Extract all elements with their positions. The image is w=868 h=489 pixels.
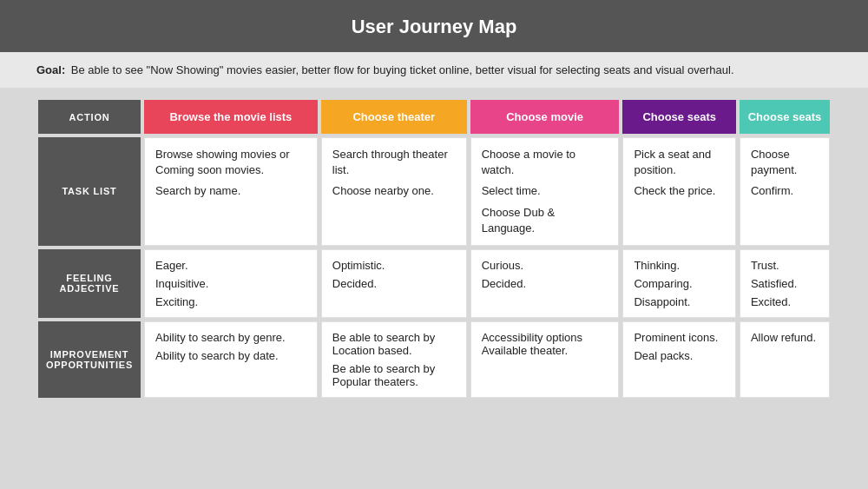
task-movie: Choose a movie to watch. Select time. Ch… [470,137,620,246]
action-header: ACTION [38,100,141,134]
improvement-seats2: Allow refund. [740,321,830,398]
feeling-movie: Curious. Decided. [470,249,620,318]
feeling-seats1: Thinking. Comparing. Disappoint. [622,249,736,318]
feeling-header: FEELING ADJECTIVE [38,249,141,318]
table-wrapper: ACTION Browse the movie lists Choose the… [0,88,868,408]
feeling-browse: Eager. Inquisitive. Exciting. [144,249,318,318]
task-seats1-content: Pick a seat and position. Check the pric… [634,147,725,200]
task-theater-content: Search through theater list. Choose near… [332,147,456,200]
feeling-seats2: Trust. Satisfied. Excited. [740,249,830,318]
action-row: ACTION Browse the movie lists Choose the… [38,100,830,134]
task-seats2: Choose payment. Confirm. [740,137,830,246]
improvement-theater: Be able to search by Location based. Be … [321,321,467,398]
task-movie-content: Choose a movie to watch. Select time. Ch… [482,147,608,236]
improvement-browse: Ability to search by genre. Ability to s… [144,321,318,398]
improvement-row: IMPROVEMENT OPPORTUNITIES Ability to sea… [38,321,830,398]
action-seats1: Choose seats [622,100,736,134]
action-browse: Browse the movie lists [144,100,318,134]
task-row: TASK LIST Browse showing movies or Comin… [38,137,830,246]
task-browse-content: Browse showing movies or Coming soon mov… [155,147,306,200]
task-seats1: Pick a seat and position. Check the pric… [622,137,736,246]
page-title: User Journey Map [0,16,868,38]
task-header: TASK LIST [38,137,141,246]
feeling-row: FEELING ADJECTIVE Eager. Inquisitive. Ex… [38,249,830,318]
task-theater: Search through theater list. Choose near… [321,137,467,246]
improvement-header: IMPROVEMENT OPPORTUNITIES [38,321,141,398]
task-browse: Browse showing movies or Coming soon mov… [144,137,318,246]
action-movie: Choose movie [470,100,620,134]
journey-table: ACTION Browse the movie lists Choose the… [35,96,833,401]
improvement-seats1: Prominent icons. Deal packs. [622,321,736,398]
goal-bar: Goal: Be able to see "Now Showing" movie… [0,52,868,88]
action-theater: Choose theater [321,100,467,134]
goal-label: Goal: [36,63,65,76]
goal-text: Be able to see "Now Showing" movies easi… [71,63,734,76]
improvement-movie: Accessibility options Available theater. [470,321,620,398]
header: User Journey Map [0,0,868,52]
task-seats2-content: Choose payment. Confirm. [751,147,819,200]
feeling-theater: Optimistic. Decided. [321,249,467,318]
action-seats2: Choose seats [740,100,830,134]
